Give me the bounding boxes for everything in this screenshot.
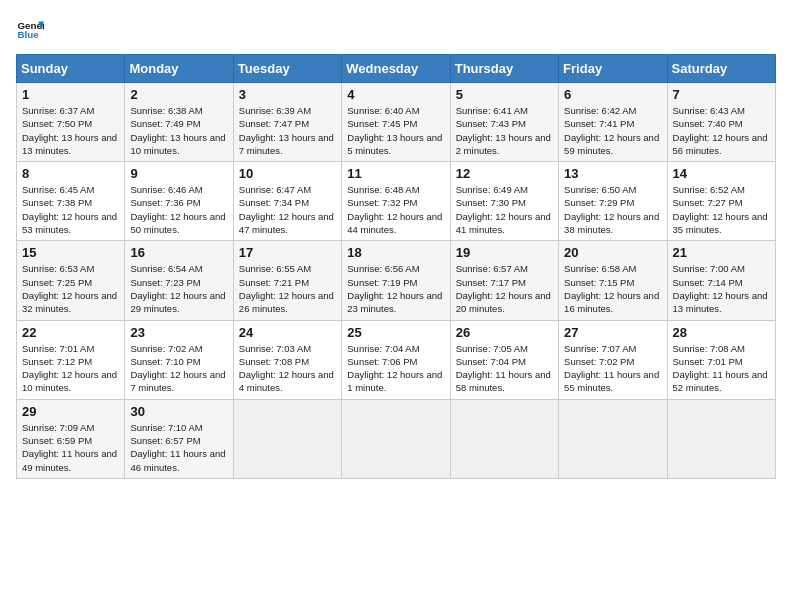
day-number: 15 (22, 245, 119, 260)
day-number: 13 (564, 166, 661, 181)
day-cell: 24Sunrise: 7:03 AMSunset: 7:08 PMDayligh… (233, 320, 341, 399)
week-row-2: 8Sunrise: 6:45 AMSunset: 7:38 PMDaylight… (17, 162, 776, 241)
day-number: 7 (673, 87, 770, 102)
week-row-4: 22Sunrise: 7:01 AMSunset: 7:12 PMDayligh… (17, 320, 776, 399)
day-cell: 16Sunrise: 6:54 AMSunset: 7:23 PMDayligh… (125, 241, 233, 320)
day-number: 6 (564, 87, 661, 102)
day-number: 23 (130, 325, 227, 340)
day-number: 17 (239, 245, 336, 260)
day-detail: Sunrise: 7:01 AMSunset: 7:12 PMDaylight:… (22, 343, 117, 394)
day-detail: Sunrise: 6:52 AMSunset: 7:27 PMDaylight:… (673, 184, 768, 235)
day-cell: 27Sunrise: 7:07 AMSunset: 7:02 PMDayligh… (559, 320, 667, 399)
day-detail: Sunrise: 6:45 AMSunset: 7:38 PMDaylight:… (22, 184, 117, 235)
day-number: 11 (347, 166, 444, 181)
day-cell (667, 399, 775, 478)
day-cell: 14Sunrise: 6:52 AMSunset: 7:27 PMDayligh… (667, 162, 775, 241)
day-header-monday: Monday (125, 55, 233, 83)
logo-icon: General Blue (16, 16, 44, 44)
week-row-5: 29Sunrise: 7:09 AMSunset: 6:59 PMDayligh… (17, 399, 776, 478)
day-detail: Sunrise: 6:54 AMSunset: 7:23 PMDaylight:… (130, 263, 225, 314)
day-detail: Sunrise: 7:03 AMSunset: 7:08 PMDaylight:… (239, 343, 334, 394)
day-detail: Sunrise: 7:04 AMSunset: 7:06 PMDaylight:… (347, 343, 442, 394)
day-cell: 7Sunrise: 6:43 AMSunset: 7:40 PMDaylight… (667, 83, 775, 162)
day-cell: 21Sunrise: 7:00 AMSunset: 7:14 PMDayligh… (667, 241, 775, 320)
day-number: 19 (456, 245, 553, 260)
day-cell: 26Sunrise: 7:05 AMSunset: 7:04 PMDayligh… (450, 320, 558, 399)
day-number: 21 (673, 245, 770, 260)
day-cell: 3Sunrise: 6:39 AMSunset: 7:47 PMDaylight… (233, 83, 341, 162)
day-cell: 30Sunrise: 7:10 AMSunset: 6:57 PMDayligh… (125, 399, 233, 478)
day-cell: 15Sunrise: 6:53 AMSunset: 7:25 PMDayligh… (17, 241, 125, 320)
day-cell: 20Sunrise: 6:58 AMSunset: 7:15 PMDayligh… (559, 241, 667, 320)
day-cell: 25Sunrise: 7:04 AMSunset: 7:06 PMDayligh… (342, 320, 450, 399)
day-detail: Sunrise: 6:53 AMSunset: 7:25 PMDaylight:… (22, 263, 117, 314)
day-number: 26 (456, 325, 553, 340)
day-detail: Sunrise: 6:55 AMSunset: 7:21 PMDaylight:… (239, 263, 334, 314)
day-detail: Sunrise: 6:42 AMSunset: 7:41 PMDaylight:… (564, 105, 659, 156)
day-detail: Sunrise: 6:41 AMSunset: 7:43 PMDaylight:… (456, 105, 551, 156)
day-detail: Sunrise: 7:09 AMSunset: 6:59 PMDaylight:… (22, 422, 117, 473)
day-detail: Sunrise: 7:05 AMSunset: 7:04 PMDaylight:… (456, 343, 551, 394)
day-cell: 1Sunrise: 6:37 AMSunset: 7:50 PMDaylight… (17, 83, 125, 162)
day-cell: 9Sunrise: 6:46 AMSunset: 7:36 PMDaylight… (125, 162, 233, 241)
day-header-friday: Friday (559, 55, 667, 83)
day-detail: Sunrise: 6:47 AMSunset: 7:34 PMDaylight:… (239, 184, 334, 235)
day-cell: 2Sunrise: 6:38 AMSunset: 7:49 PMDaylight… (125, 83, 233, 162)
day-header-wednesday: Wednesday (342, 55, 450, 83)
day-number: 10 (239, 166, 336, 181)
day-detail: Sunrise: 7:07 AMSunset: 7:02 PMDaylight:… (564, 343, 659, 394)
day-number: 3 (239, 87, 336, 102)
day-cell: 13Sunrise: 6:50 AMSunset: 7:29 PMDayligh… (559, 162, 667, 241)
day-number: 16 (130, 245, 227, 260)
day-detail: Sunrise: 7:08 AMSunset: 7:01 PMDaylight:… (673, 343, 768, 394)
day-cell: 10Sunrise: 6:47 AMSunset: 7:34 PMDayligh… (233, 162, 341, 241)
day-detail: Sunrise: 6:56 AMSunset: 7:19 PMDaylight:… (347, 263, 442, 314)
day-detail: Sunrise: 7:10 AMSunset: 6:57 PMDaylight:… (130, 422, 225, 473)
day-cell: 23Sunrise: 7:02 AMSunset: 7:10 PMDayligh… (125, 320, 233, 399)
calendar-table: SundayMondayTuesdayWednesdayThursdayFrid… (16, 54, 776, 479)
day-header-saturday: Saturday (667, 55, 775, 83)
svg-text:Blue: Blue (17, 29, 39, 40)
day-number: 18 (347, 245, 444, 260)
day-header-sunday: Sunday (17, 55, 125, 83)
day-cell: 17Sunrise: 6:55 AMSunset: 7:21 PMDayligh… (233, 241, 341, 320)
day-detail: Sunrise: 6:38 AMSunset: 7:49 PMDaylight:… (130, 105, 225, 156)
day-cell: 11Sunrise: 6:48 AMSunset: 7:32 PMDayligh… (342, 162, 450, 241)
week-row-1: 1Sunrise: 6:37 AMSunset: 7:50 PMDaylight… (17, 83, 776, 162)
day-cell: 22Sunrise: 7:01 AMSunset: 7:12 PMDayligh… (17, 320, 125, 399)
day-number: 9 (130, 166, 227, 181)
day-cell: 4Sunrise: 6:40 AMSunset: 7:45 PMDaylight… (342, 83, 450, 162)
day-cell (233, 399, 341, 478)
day-number: 20 (564, 245, 661, 260)
day-number: 2 (130, 87, 227, 102)
day-number: 24 (239, 325, 336, 340)
calendar-header-row: SundayMondayTuesdayWednesdayThursdayFrid… (17, 55, 776, 83)
week-row-3: 15Sunrise: 6:53 AMSunset: 7:25 PMDayligh… (17, 241, 776, 320)
day-detail: Sunrise: 7:02 AMSunset: 7:10 PMDaylight:… (130, 343, 225, 394)
day-number: 8 (22, 166, 119, 181)
day-detail: Sunrise: 6:40 AMSunset: 7:45 PMDaylight:… (347, 105, 442, 156)
day-number: 27 (564, 325, 661, 340)
logo: General Blue (16, 16, 44, 44)
day-cell (450, 399, 558, 478)
calendar-body: 1Sunrise: 6:37 AMSunset: 7:50 PMDaylight… (17, 83, 776, 479)
day-cell: 8Sunrise: 6:45 AMSunset: 7:38 PMDaylight… (17, 162, 125, 241)
day-detail: Sunrise: 6:39 AMSunset: 7:47 PMDaylight:… (239, 105, 334, 156)
day-cell: 19Sunrise: 6:57 AMSunset: 7:17 PMDayligh… (450, 241, 558, 320)
day-detail: Sunrise: 6:57 AMSunset: 7:17 PMDaylight:… (456, 263, 551, 314)
day-detail: Sunrise: 6:46 AMSunset: 7:36 PMDaylight:… (130, 184, 225, 235)
day-detail: Sunrise: 6:43 AMSunset: 7:40 PMDaylight:… (673, 105, 768, 156)
day-detail: Sunrise: 6:49 AMSunset: 7:30 PMDaylight:… (456, 184, 551, 235)
day-number: 1 (22, 87, 119, 102)
day-cell: 12Sunrise: 6:49 AMSunset: 7:30 PMDayligh… (450, 162, 558, 241)
day-cell: 6Sunrise: 6:42 AMSunset: 7:41 PMDaylight… (559, 83, 667, 162)
day-number: 30 (130, 404, 227, 419)
day-number: 5 (456, 87, 553, 102)
header: General Blue (16, 16, 776, 44)
day-detail: Sunrise: 6:48 AMSunset: 7:32 PMDaylight:… (347, 184, 442, 235)
day-cell (342, 399, 450, 478)
day-header-thursday: Thursday (450, 55, 558, 83)
day-number: 22 (22, 325, 119, 340)
day-number: 29 (22, 404, 119, 419)
day-number: 28 (673, 325, 770, 340)
